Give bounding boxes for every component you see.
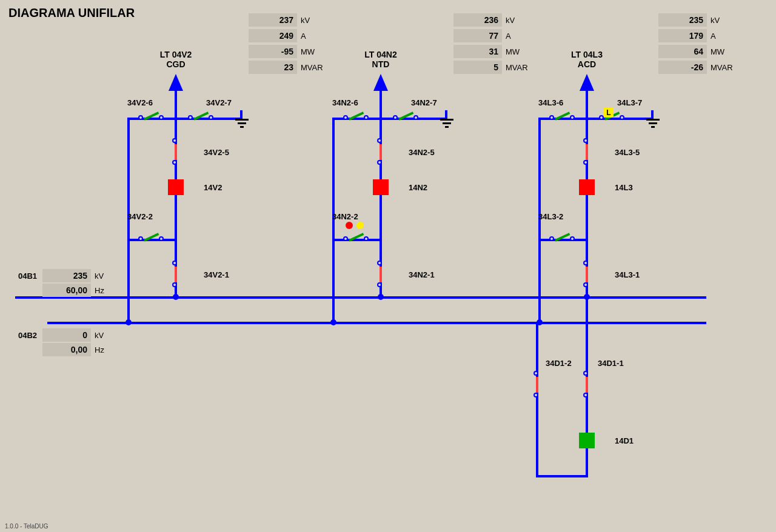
n2-sw5-b[interactable] xyxy=(377,160,382,165)
v2-sw6-lbl: 34V2-6 xyxy=(127,98,153,107)
d1-bottombar xyxy=(536,475,588,477)
n2-mw-u: MW xyxy=(506,47,520,56)
v2-sw2-l[interactable] xyxy=(138,236,143,241)
d1-sw1-bar[interactable] xyxy=(586,377,588,393)
n2-sw1-bar[interactable] xyxy=(380,267,382,282)
l3-title-2: ACD xyxy=(578,59,596,69)
l3-local-badge: L xyxy=(604,108,614,118)
bus2-name: 04B2 xyxy=(18,331,37,340)
n2-title-1: LT 04N2 xyxy=(364,50,396,59)
l3-sw7-j2[interactable] xyxy=(620,115,624,120)
l3-a-u: A xyxy=(711,32,716,41)
n2-mvar-u: MVAR xyxy=(506,63,528,72)
l3-sw1-b[interactable] xyxy=(583,282,588,287)
bus-04B2 xyxy=(47,322,706,324)
n2-brk-lbl: 14N2 xyxy=(409,183,427,192)
d1-sw2-lbl: 34D1-2 xyxy=(546,359,572,368)
l3-sw2-r[interactable] xyxy=(570,236,575,241)
l3-sw5-t[interactable] xyxy=(583,138,588,143)
n2-alarm-red-icon xyxy=(346,222,353,229)
n2-sw7-j[interactable] xyxy=(393,115,398,120)
v2-sw7-lbl: 34V2-7 xyxy=(206,98,232,107)
v2-title: LT 04V2 CGD xyxy=(146,50,206,69)
v2-arrow-icon xyxy=(169,74,183,91)
footer-version: 1.0.0 - TelaDUG xyxy=(5,523,48,530)
n2-sw1-t[interactable] xyxy=(377,261,382,265)
bus1-kv-value: 235 xyxy=(42,269,91,282)
n2-mw: 31 xyxy=(453,45,502,58)
n2-sw1-b[interactable] xyxy=(377,282,382,287)
d1-sw2-t[interactable] xyxy=(534,371,538,376)
v2-sw2-lbl: 34V2-2 xyxy=(127,212,153,221)
n2-sw7-lbl: 34N2-7 xyxy=(411,98,437,107)
bus2-hz-value: 0,00 xyxy=(42,343,91,356)
l3-title: LT 04L3 ACD xyxy=(557,50,617,69)
bus1-hz-unit: Hz xyxy=(95,286,104,295)
n2-sw1-lbl: 34N2-1 xyxy=(409,270,435,279)
n2-sw5-t[interactable] xyxy=(377,138,382,143)
v2-breaker[interactable] xyxy=(168,179,184,195)
d1-breaker[interactable] xyxy=(579,433,595,448)
l3-sw5-b[interactable] xyxy=(583,160,588,165)
l3-mvar-u: MVAR xyxy=(711,63,733,72)
n2-alarm-yellow-icon xyxy=(356,222,364,229)
n2-breaker[interactable] xyxy=(373,179,389,195)
n2-sw2-r[interactable] xyxy=(364,236,369,241)
l3-sw7-lbl: 34L3-7 xyxy=(617,98,642,107)
n2-sw6-j[interactable] xyxy=(343,115,348,120)
n2-kv: 236 xyxy=(453,13,502,27)
v2-title-2: CGD xyxy=(166,59,185,69)
l3-mw-u: MW xyxy=(711,47,724,56)
n2-sw7-j2[interactable] xyxy=(413,115,418,120)
v2-a: 249 xyxy=(249,29,297,42)
v2-sw6-j2[interactable] xyxy=(159,115,164,120)
v2-sw1-b[interactable] xyxy=(172,282,177,287)
l3-sw5-bar[interactable] xyxy=(586,144,588,160)
l3-kv: 235 xyxy=(658,13,707,27)
l3-sw1-t[interactable] xyxy=(583,261,588,265)
v2-sw5-t[interactable] xyxy=(172,138,177,143)
v2-sw1-bar[interactable] xyxy=(175,267,177,282)
l3-sw6-j2[interactable] xyxy=(570,115,575,120)
l3-kv-u: kV xyxy=(711,16,720,25)
v2-sw1-t[interactable] xyxy=(172,261,177,265)
l3-sw1-bar[interactable] xyxy=(586,267,588,282)
n2-a-u: A xyxy=(506,32,511,41)
n2-a: 77 xyxy=(453,29,502,42)
n2-sw6-j2[interactable] xyxy=(364,115,369,120)
v2-sw7-j2[interactable] xyxy=(209,115,213,120)
v2-stem xyxy=(175,90,177,118)
v2-sw7-j[interactable] xyxy=(188,115,193,120)
l3-sw7-j[interactable] xyxy=(599,115,604,120)
n2-title-2: NTD xyxy=(372,59,390,69)
n2-sw2-l[interactable] xyxy=(343,236,348,241)
l3-breaker[interactable] xyxy=(579,179,595,195)
n2-sw5-lbl: 34N2-5 xyxy=(409,148,435,157)
v2-mw: -95 xyxy=(249,45,297,58)
l3-sw6-j[interactable] xyxy=(549,115,554,120)
n2-kv-u: kV xyxy=(506,16,515,25)
v2-sw6-j[interactable] xyxy=(138,115,143,120)
v2-h2 xyxy=(127,239,176,241)
d1-sw2-b[interactable] xyxy=(534,393,538,397)
d1-sw1-t[interactable] xyxy=(583,371,588,376)
n2-stem xyxy=(380,90,382,118)
d1-sw1-b[interactable] xyxy=(583,393,588,397)
v2-sw5-b[interactable] xyxy=(172,160,177,165)
v2-kv-u: kV xyxy=(301,16,310,25)
d1-sw2-bar[interactable] xyxy=(536,377,538,393)
l3-sw2-lbl: 34L3-2 xyxy=(538,212,563,221)
v2-kv: 237 xyxy=(249,13,297,27)
l3-sw2-l[interactable] xyxy=(549,236,554,241)
v2-sw5-bar[interactable] xyxy=(175,144,177,160)
n2-sw5-bar[interactable] xyxy=(380,144,382,160)
v2-a-u: A xyxy=(301,32,306,41)
v2-mw-u: MW xyxy=(301,47,315,56)
d1-brk-lbl: 14D1 xyxy=(615,436,634,445)
n2-arrow-icon xyxy=(373,74,388,91)
l3-h2 xyxy=(538,239,587,241)
v2-sw5-lbl: 34V2-5 xyxy=(204,148,229,157)
n2-mvar: 5 xyxy=(453,61,502,74)
v2-sw2-r[interactable] xyxy=(159,236,164,241)
v2-mvar-u: MVAR xyxy=(301,63,323,72)
